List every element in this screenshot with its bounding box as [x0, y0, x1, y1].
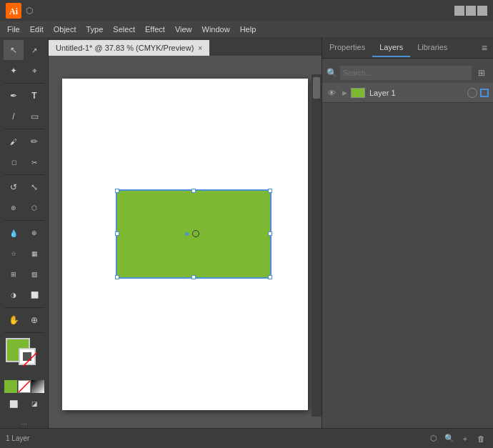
zoom-tool[interactable]: ⊕	[24, 310, 44, 330]
pen-tool[interactable]: ✒	[4, 86, 24, 106]
close-button[interactable]	[477, 6, 487, 16]
rect-tool[interactable]: ▭	[24, 106, 44, 126]
free-transform-tool[interactable]: ⬡	[24, 198, 44, 218]
canvas-vscrollbar[interactable]	[312, 74, 322, 417]
doc-tab-close[interactable]: ×	[198, 44, 202, 52]
tab-properties[interactable]: Properties	[322, 39, 372, 57]
handle-bot-right[interactable]	[268, 275, 272, 279]
create-layer-btn[interactable]: +	[459, 432, 472, 445]
handle-top-left[interactable]	[115, 189, 119, 193]
panel-menu-btn[interactable]: ≡	[476, 39, 493, 56]
line-tool[interactable]: /	[4, 106, 24, 126]
layer-expand-btn[interactable]: ▶	[339, 88, 349, 98]
artboard	[62, 79, 308, 410]
gradient-tool[interactable]: ▨	[24, 264, 44, 284]
selection-tool[interactable]: ↖	[4, 40, 24, 60]
none-btn[interactable]	[18, 380, 31, 393]
eraser-row: ◻ ✂	[4, 152, 44, 172]
delete-layer-btn[interactable]: 🗑	[474, 432, 487, 445]
svg-line-2	[23, 352, 37, 367]
menu-file[interactable]: File	[3, 24, 24, 35]
direct-select-tool[interactable]: ↗	[24, 40, 44, 60]
handle-top-mid[interactable]	[191, 189, 196, 193]
canvas-container[interactable]	[49, 56, 322, 432]
document-area: Untitled-1* @ 37.83 % (CMYK/Preview) ×	[49, 37, 322, 448]
toolbar-sep-6	[4, 332, 44, 333]
shape-builder-tool[interactable]: ◑	[4, 285, 24, 305]
wand-lasso-row: ✦ ⌖	[4, 61, 44, 81]
column-graph-tool[interactable]: ▦	[24, 244, 44, 264]
shape-builder-row: ◑ ⬜	[4, 285, 44, 305]
menu-help[interactable]: Help	[236, 24, 261, 35]
menu-window[interactable]: Window	[198, 24, 234, 35]
menu-object[interactable]: Object	[49, 24, 81, 35]
layer-name-label: Layer 1	[369, 89, 466, 97]
perspective-tool[interactable]: ⬜	[24, 285, 44, 305]
color-mode-row	[4, 380, 44, 393]
layer-filter-btn[interactable]: ⊞	[474, 66, 489, 80]
eraser-tool[interactable]: ◻	[4, 152, 24, 172]
title-bar: Ai ⬡	[0, 0, 493, 21]
rotate-scale-row: ↺ ⤡	[4, 177, 44, 197]
layer-target-btn[interactable]	[467, 88, 477, 98]
create-sublayer-btn[interactable]: 🔍	[443, 432, 456, 445]
make-clipping-mask-btn[interactable]: ⬡	[427, 432, 440, 445]
change-mode-btn[interactable]: ◪	[24, 394, 44, 414]
right-panel: Properties Layers Libraries ≡ 🔍 ⊞ 👁 ▶ La…	[322, 37, 493, 448]
brush-pencil-row: 🖌 ✏	[4, 131, 44, 151]
eyedropper-tool[interactable]: 💧	[4, 223, 24, 243]
selected-rectangle[interactable]	[116, 189, 272, 279]
eyedropper-row: 💧 ⊕	[4, 223, 44, 243]
handle-mid-left[interactable]	[115, 232, 119, 236]
pencil-tool[interactable]: ✏	[24, 131, 44, 151]
stroke-inner	[23, 352, 31, 361]
left-toolbar: ↖ ↗ ✦ ⌖ ✒ T / ▭ 🖌 ✏ ◻ ✂ ↺ ⤡ ⊛	[0, 37, 49, 448]
panel-footer-btns: ⬡ 🔍 + 🗑	[427, 432, 487, 445]
layer-search-input[interactable]	[340, 66, 472, 80]
screen-mode-btn[interactable]: ⬜	[4, 394, 24, 414]
gradient-btn[interactable]	[31, 380, 44, 393]
stroke-swatch[interactable]	[19, 348, 36, 365]
paintbrush-tool[interactable]: 🖌	[4, 131, 24, 151]
color-btn[interactable]	[4, 380, 17, 393]
layer-row-1[interactable]: 👁 ▶ Layer 1	[322, 83, 493, 103]
magic-wand-tool[interactable]: ✦	[4, 61, 24, 81]
tab-layers[interactable]: Layers	[372, 39, 410, 57]
handle-bot-mid[interactable]	[191, 275, 196, 279]
symbol-tool[interactable]: ☆	[4, 244, 24, 264]
layer-visibility-icon[interactable]: 👁	[325, 86, 338, 99]
minimize-button[interactable]	[454, 6, 464, 16]
lasso-tool[interactable]: ⌖	[24, 61, 44, 81]
hand-tool[interactable]: ✋	[4, 310, 24, 330]
scale-tool[interactable]: ⤡	[24, 177, 44, 197]
toolbar-sep-5	[4, 307, 44, 308]
canvas-vscrollbar-thumb[interactable]	[313, 77, 320, 99]
tab-libraries[interactable]: Libraries	[410, 39, 454, 57]
restore-button[interactable]	[466, 6, 476, 16]
measure-tool[interactable]: ⊕	[24, 223, 44, 243]
color-swatch-area	[4, 338, 44, 378]
menu-type[interactable]: Type	[82, 24, 108, 35]
handle-bot-left[interactable]	[115, 275, 119, 279]
document-tab[interactable]: Untitled-1* @ 37.83 % (CMYK/Preview) ×	[49, 40, 209, 56]
mesh-tool[interactable]: ⊞	[4, 264, 24, 284]
window-controls	[454, 6, 487, 16]
handle-top-right[interactable]	[268, 189, 272, 193]
layer-search-bar: 🔍 ⊞	[322, 63, 493, 83]
menu-effect[interactable]: Effect	[141, 24, 169, 35]
center-circle	[192, 230, 199, 237]
menu-view[interactable]: View	[171, 24, 196, 35]
panel-footer: 1 Layer ⬡ 🔍 + 🗑	[0, 428, 493, 448]
menu-select[interactable]: Select	[109, 24, 139, 35]
screen-mode-row: ⬜ ◪	[4, 394, 44, 414]
scissors-tool[interactable]: ✂	[24, 152, 44, 172]
main-content: ↖ ↗ ✦ ⌖ ✒ T / ▭ 🖌 ✏ ◻ ✂ ↺ ⤡ ⊛	[0, 37, 493, 448]
warp-tool[interactable]: ⊛	[4, 198, 24, 218]
more-tools-btn[interactable]: ···	[21, 420, 26, 428]
svg-line-3	[19, 381, 30, 392]
toolbar-sep-1	[4, 83, 44, 84]
rotate-tool[interactable]: ↺	[4, 177, 24, 197]
menu-edit[interactable]: Edit	[26, 24, 48, 35]
type-tool[interactable]: T	[24, 86, 44, 106]
handle-mid-right[interactable]	[268, 232, 272, 236]
